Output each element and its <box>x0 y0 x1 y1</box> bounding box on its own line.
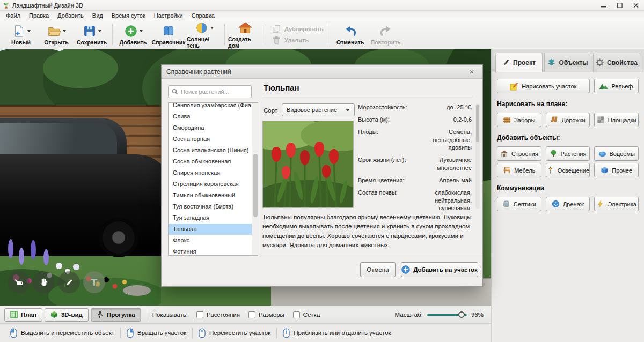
platform-icon <box>597 116 605 124</box>
new-button-label: Новый <box>11 39 31 46</box>
other-button[interactable]: Прочее <box>594 163 639 177</box>
property-row: Высота (м):0,2-0,6 <box>358 116 472 124</box>
plant-list-item-selected[interactable]: Тюльпан <box>169 224 252 235</box>
plant-list-item[interactable]: Флокс <box>169 235 252 246</box>
dropdown-arrow-icon <box>63 30 66 32</box>
properties-scrollbar-thumb[interactable] <box>476 105 479 142</box>
property-value: Луковичное многолетнее <box>437 156 472 172</box>
cancel-button[interactable]: Отмена <box>360 262 396 277</box>
dialog-close-icon[interactable]: × <box>466 66 478 78</box>
scale-label: Масштаб: <box>395 311 423 318</box>
minimize-button[interactable] <box>596 0 612 10</box>
scene-flowers <box>0 226 161 306</box>
watering-can-icon <box>13 277 24 288</box>
menu-file[interactable]: Файл <box>2 11 25 20</box>
plant-list-item[interactable]: Туя восточная (Биота) <box>169 201 252 212</box>
checkbox-sizes[interactable]: Размеры <box>248 311 284 318</box>
menu-view[interactable]: Вид <box>88 11 107 20</box>
menu-help[interactable]: Справка <box>187 11 219 20</box>
tab-project[interactable]: Проект <box>495 53 543 72</box>
scale-slider[interactable] <box>427 311 467 318</box>
fences-button[interactable]: Заборы <box>497 113 541 127</box>
menu-settings[interactable]: Настройки <box>150 11 187 20</box>
plant-list-item[interactable]: Стрелиция королевская <box>169 179 252 190</box>
relief-button[interactable]: Рельеф <box>594 79 639 93</box>
walk-view-button[interactable]: Прогулка <box>91 308 141 322</box>
water-tool-button[interactable] <box>8 271 30 293</box>
lighting-button[interactable]: Освещение <box>546 163 590 177</box>
electric-button[interactable]: Электрика <box>594 197 639 211</box>
property-label: Срок жизни (лет): <box>358 156 406 172</box>
menu-add[interactable]: Добавить <box>53 11 88 20</box>
plant-list-item[interactable]: Слива <box>169 111 252 122</box>
septic-button[interactable]: Септики <box>497 197 541 211</box>
tab-project-label: Проект <box>513 59 536 66</box>
pan-tool-button[interactable] <box>33 271 55 293</box>
relief-mountains-icon <box>599 82 608 91</box>
dialog-title-bar[interactable]: Справочник растений × <box>162 65 482 79</box>
pen-icon <box>502 59 510 66</box>
menu-time-of-day[interactable]: Время суток <box>107 11 150 20</box>
plant-list-item[interactable]: Смородина <box>169 122 252 133</box>
sun-shadow-button[interactable]: Солнце/тень <box>187 22 221 48</box>
sort-dropdown[interactable]: Видовое растение <box>282 103 355 116</box>
furniture-button[interactable]: Мебель <box>497 163 541 177</box>
plan-view-button[interactable]: План <box>4 308 42 322</box>
add-to-plot-button[interactable]: Добавить на участок <box>401 262 478 277</box>
platforms-button[interactable]: Площадки <box>594 113 639 127</box>
draw-tool-button[interactable] <box>58 271 80 293</box>
drainage-button[interactable]: Дренаж <box>546 197 590 211</box>
search-input[interactable] <box>181 88 242 95</box>
sort-label: Сорт <box>264 107 277 114</box>
hand-icon <box>39 278 49 287</box>
hint-zoom: Приблизить или отдалить участок <box>277 328 397 338</box>
add-button[interactable]: Добавить <box>116 22 150 48</box>
create-house-button[interactable]: Создать дом <box>228 22 262 48</box>
view-3d-button[interactable]: 3D-вид <box>45 308 89 322</box>
checkbox-grid[interactable]: Сетка <box>293 311 320 318</box>
checkbox-box[interactable] <box>293 311 300 318</box>
redo-arrow-icon <box>379 24 393 38</box>
text-tool-button: T <box>83 271 105 293</box>
plant-list-item[interactable]: Туя западная <box>169 212 252 224</box>
plants-button[interactable]: Растения <box>546 146 590 161</box>
hint-select-move-label: Выделить и переместить объект <box>21 330 114 336</box>
plant-list-scrollbar-thumb[interactable] <box>253 154 258 217</box>
plant-list-item[interactable]: Фотиния <box>169 246 252 256</box>
checkbox-distances[interactable]: Расстояния <box>196 311 240 318</box>
property-value: Апрель-май <box>439 176 472 184</box>
checkbox-box[interactable] <box>248 311 255 318</box>
buildings-label: Строения <box>511 151 538 157</box>
tab-properties[interactable]: Свойства <box>593 53 640 72</box>
other-label: Прочее <box>612 167 632 174</box>
lightning-icon <box>596 200 604 208</box>
plan-view-label: План <box>21 311 36 318</box>
slider-thumb[interactable] <box>458 311 465 318</box>
new-document-icon <box>12 24 26 38</box>
plant-list-item[interactable]: Сосна итальянская (Пиния) <box>169 145 252 156</box>
undo-button[interactable]: Отменить <box>333 22 368 48</box>
paths-button[interactable]: Дорожки <box>546 113 590 127</box>
plant-list-item[interactable]: Сосна обыкновенная <box>169 156 252 167</box>
tab-objects[interactable]: Объекты <box>544 53 591 72</box>
plant-list-item[interactable]: Сенполия узамбарская (Фиалка) <box>169 102 252 111</box>
plant-list-item[interactable]: Сосна горная <box>169 133 252 145</box>
buildings-button[interactable]: Строения <box>497 146 541 161</box>
draw-plot-button[interactable]: Нарисовать участок <box>497 79 590 93</box>
electric-label: Электрика <box>608 201 636 207</box>
save-button[interactable]: Сохранить <box>75 22 109 48</box>
text-tool-icon: T <box>91 277 98 288</box>
plant-list-item[interactable]: Спирея японская <box>169 167 252 179</box>
menu-edit[interactable]: Правка <box>25 11 53 20</box>
close-button[interactable] <box>628 0 644 10</box>
plants-label: Растения <box>561 151 587 157</box>
mouse-left-click-icon <box>10 328 17 338</box>
plant-list-item[interactable]: Тимьян обыкновенный <box>169 190 252 201</box>
new-button[interactable]: Новый <box>4 22 38 48</box>
maximize-button[interactable] <box>612 0 628 10</box>
checkbox-box[interactable] <box>196 311 203 318</box>
add-button-label: Добавить <box>120 39 147 46</box>
water-bodies-button[interactable]: Водоемы <box>594 146 639 161</box>
open-button[interactable]: Открыть <box>39 22 74 48</box>
reference-button[interactable]: Справочник <box>151 22 186 48</box>
